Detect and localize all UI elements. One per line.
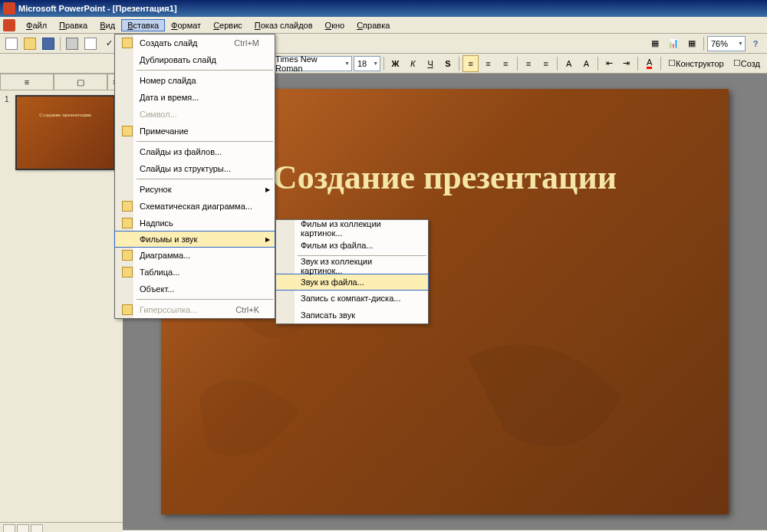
blank-icon — [118, 89, 137, 106]
table-button[interactable]: ▦ — [647, 35, 663, 52]
align-right-button[interactable]: ≡ — [498, 55, 514, 72]
menu-окно[interactable]: Окно — [319, 19, 351, 31]
preview-button[interactable] — [82, 35, 99, 52]
submenu-arrow-icon: ▶ — [265, 236, 270, 243]
blank-icon — [118, 51, 137, 68]
font-combo[interactable]: Times New Roman — [272, 56, 352, 71]
blank-icon — [118, 231, 137, 248]
menu-формат[interactable]: Формат — [165, 19, 207, 31]
save-button[interactable] — [40, 35, 57, 52]
menuitem-создать-слайд[interactable]: Создать слайдCtrl+M — [115, 34, 275, 51]
outline-tab[interactable]: ≡ — [0, 74, 54, 90]
menu-справка[interactable]: Справка — [351, 19, 396, 31]
menu-правка[interactable]: Правка — [53, 19, 94, 31]
document-icon — [3, 19, 15, 31]
underline-button[interactable]: Ч — [423, 55, 439, 72]
align-center-button[interactable]: ≡ — [480, 55, 496, 72]
menuitem-записать-звук[interactable]: Записать звук — [276, 307, 428, 323]
blank-icon — [118, 72, 137, 89]
blank-icon — [118, 181, 137, 198]
chart-button[interactable]: 📊 — [665, 35, 682, 52]
blank-icon — [279, 220, 298, 237]
thumbnail-tabs: ≡ ▢ × — [0, 74, 123, 90]
menu-bar: ФайлПравкаВидВставкаФорматСервисПоказ сл… — [0, 17, 767, 34]
new-slide-button[interactable]: ☐ Созд — [729, 55, 764, 72]
menuitem-объект---[interactable]: Объект... — [115, 281, 275, 297]
slide-thumbnail[interactable]: 1 Создание презентации — [5, 95, 118, 170]
menuitem-звук-из-коллекции-картинок---[interactable]: Звук из коллекции картинок... — [276, 258, 428, 274]
slideshow-view-button[interactable] — [31, 524, 43, 533]
shadow-button[interactable]: S — [439, 55, 456, 72]
window-title: Microsoft PowerPoint - [Презентация1] — [18, 4, 177, 13]
print-button[interactable] — [64, 35, 81, 52]
align-left-button[interactable]: ≡ — [463, 55, 479, 72]
blank-icon — [279, 307, 298, 323]
menu-файл[interactable]: Файл — [20, 19, 53, 31]
thumbnail-panel: ≡ ▢ × 1 Создание презентации — [0, 74, 123, 522]
blank-icon — [279, 237, 298, 254]
menuitem-запись-с-компакт-диска---[interactable]: Запись с компакт-диска... — [276, 290, 428, 307]
new-slide-icon — [118, 34, 137, 51]
menuitem-примечание[interactable]: Примечание — [115, 123, 275, 140]
menuitem-диаграмма---[interactable]: Диаграмма... — [115, 247, 275, 264]
menuitem-слайды-из-структуры---[interactable]: Слайды из структуры... — [115, 160, 275, 177]
italic-button[interactable]: К — [405, 55, 421, 72]
menuitem-надпись[interactable]: Надпись — [115, 215, 275, 232]
blank-icon — [118, 106, 137, 123]
insert-menu-dropdown: Создать слайдCtrl+MДублировать слайдНоме… — [114, 34, 275, 319]
menuitem-дата-и-время---[interactable]: Дата и время... — [115, 89, 275, 106]
menuitem-номер-слайда[interactable]: Номер слайда — [115, 72, 275, 89]
menuitem-фильмы-и-звук[interactable]: Фильмы и звук▶ — [114, 231, 275, 248]
slides-tab[interactable]: ▢ — [54, 74, 107, 90]
increase-font-button[interactable]: A — [561, 55, 577, 72]
menuitem-дублировать-слайд[interactable]: Дублировать слайд — [115, 51, 275, 68]
powerpoint-icon — [3, 2, 15, 15]
menuitem-рисунок[interactable]: Рисунок▶ — [115, 181, 275, 198]
menuitem-звук-из-файла---[interactable]: Звук из файла... — [275, 274, 429, 291]
blank-icon — [118, 281, 137, 297]
title-bar: Microsoft PowerPoint - [Презентация1] — [0, 0, 767, 17]
submenu-arrow-icon: ▶ — [265, 186, 270, 193]
decrease-indent-button[interactable]: ⇤ — [601, 55, 617, 72]
menu-показ слайдов[interactable]: Показ слайдов — [249, 19, 319, 31]
zoom-combo[interactable]: 76% — [707, 36, 746, 51]
chart-icon — [118, 247, 137, 264]
slide-number: 1 — [5, 95, 12, 170]
help-button[interactable]: ? — [747, 35, 764, 52]
sorter-view-button[interactable] — [17, 524, 29, 533]
menuitem-гиперссылка---: Гиперссылка...Ctrl+K — [115, 301, 275, 318]
link-icon — [118, 301, 137, 318]
movies-sound-submenu: Фильм из коллекции картинок...Фильм из ф… — [275, 219, 429, 324]
diagram-icon — [118, 198, 137, 215]
table-icon — [118, 264, 137, 281]
font-color-button[interactable]: A — [641, 55, 657, 72]
bold-button[interactable]: Ж — [387, 55, 403, 72]
menuitem-схематическая-диаграмма---[interactable]: Схематическая диаграмма... — [115, 198, 275, 215]
blank-icon — [279, 258, 298, 274]
blank-icon — [118, 143, 137, 160]
menuitem-символ---: Символ... — [115, 106, 275, 123]
menu-сервис[interactable]: Сервис — [207, 19, 249, 31]
increase-indent-button[interactable]: ⇥ — [619, 55, 635, 72]
menuitem-фильм-из-файла---[interactable]: Фильм из файла... — [276, 237, 428, 254]
menu-вид[interactable]: Вид — [94, 19, 121, 31]
open-button[interactable] — [21, 35, 38, 52]
menuitem-слайды-из-файлов---[interactable]: Слайды из файлов... — [115, 143, 275, 160]
blank-icon — [279, 274, 298, 291]
menuitem-фильм-из-коллекции-картинок---[interactable]: Фильм из коллекции картинок... — [276, 220, 428, 237]
normal-view-button[interactable] — [3, 524, 15, 533]
textbox-icon — [118, 215, 137, 232]
note-icon — [118, 123, 137, 140]
show-button[interactable]: ▦ — [683, 35, 700, 52]
new-button[interactable] — [3, 35, 20, 52]
menuitem-таблица---[interactable]: Таблица... — [115, 264, 275, 281]
blank-icon — [118, 160, 137, 177]
decrease-font-button[interactable]: A — [578, 55, 594, 72]
design-button[interactable]: ☐ Конструктор — [664, 55, 728, 72]
blank-icon — [279, 290, 298, 307]
bullets-button[interactable]: ≡ — [538, 55, 554, 72]
numbering-button[interactable]: ≡ — [521, 55, 537, 72]
fontsize-combo[interactable]: 18 — [354, 56, 380, 71]
menu-вставка[interactable]: Вставка — [121, 19, 165, 31]
thumbnail-list: 1 Создание презентации — [0, 90, 123, 522]
